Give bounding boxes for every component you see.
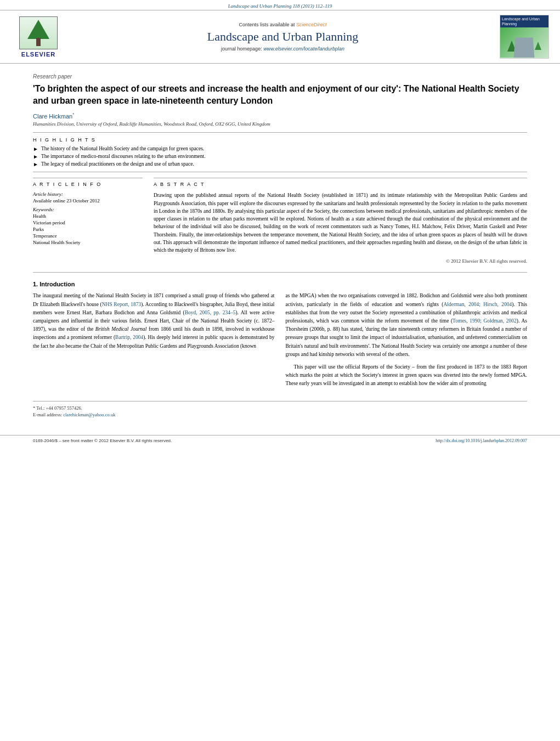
thumb-road [514,37,535,58]
homepage-link[interactable]: www.elsevier.com/locate/landurbplan [263,46,344,52]
keyword-4: Temperance [33,233,143,239]
footnote-email: E-mail address: clarehickman@yahoo.co.uk [33,411,527,418]
article-info-heading: A R T I C L E I N F O [33,182,143,187]
author-name: Clare Hickman* [33,112,527,120]
article-info: A R T I C L E I N F O Article history: A… [33,178,143,245]
keywords-section: Keywords: Health Victorian period Parks … [33,207,143,245]
ref-alderman-2004[interactable]: Alderman, 2004; Hirsch, 2004 [443,302,512,307]
body-two-col: The inaugural meeting of the National He… [33,292,527,392]
keywords-label: Keywords: [33,207,143,212]
history-label: Article history: [33,191,143,197]
highlight-arrow-1: ► [33,146,38,152]
journal-citation-bar: Landscape and Urban Planning 118 (2013) … [0,0,560,10]
highlight-item-1: ► The history of the National Health Soc… [33,146,527,152]
author-footnote-marker: * [72,112,74,117]
abstract-heading: A B S T R A C T [154,182,527,187]
contents-line: Contents lists available at ScienceDirec… [77,22,489,27]
journal-title: Landscape and Urban Planning [77,30,489,44]
body-col-left: The inaugural meeting of the National He… [33,292,275,392]
divider-3 [33,272,527,273]
intro-heading: 1. Introduction [33,281,527,287]
abstract-column: A B S T R A C T Drawing upon the publish… [154,178,527,264]
article-info-abstract-section: A R T I C L E I N F O Article history: A… [33,178,527,264]
abstract-text: Drawing upon the published annual report… [154,191,527,254]
divider-1 [33,132,527,133]
keyword-3: Parks [33,227,143,232]
article-type-label: Research paper [33,73,527,80]
journal-citation-text: Landscape and Urban Planning 118 (2013) … [228,3,332,9]
footer-issn: 0169-2046/$ – see front matter © 2012 El… [33,438,172,443]
content-area: Research paper 'To brighten the aspect o… [0,64,560,429]
article-title: 'To brighten the aspect of our streets a… [33,83,527,108]
intro-para-1: The inaugural meeting of the National He… [33,292,275,350]
highlight-item-2: ► The importance of medico-moral discour… [33,154,527,160]
body-col-right: as the MPGA) when the two organisations … [286,292,528,392]
ref-tomes-1990[interactable]: Tomes, 1990; Goldman, 2002 [452,318,517,324]
elsevier-wordmark: ELSEVIER [21,51,55,58]
article-info-column: A R T I C L E I N F O Article history: A… [33,178,143,264]
abstract-section: A B S T R A C T Drawing upon the publish… [154,178,527,264]
journal-header-band: ELSEVIER Contents lists available at Sci… [0,10,560,64]
sciencedirect-link[interactable]: ScienceDirect [296,22,327,27]
intro-para-3: This paper will use the official Reports… [286,363,528,388]
divider-2 [33,172,527,172]
available-online: Available online 23 October 2012 [33,198,143,203]
footnote-tel: * Tel.: +44 07957 557426. [33,405,527,412]
footer-doi-link[interactable]: http://dx.doi.org/10.1016/j.landurbplan.… [435,438,527,443]
keyword-5: National Health Society [33,240,143,245]
ref-nhs-1873[interactable]: NHS Report, 1873 [102,302,142,307]
ref-boyd-2005[interactable]: Boyd, 2005, pp. 234–5 [185,310,236,315]
header-center: Contents lists available at ScienceDirec… [77,22,489,52]
elsevier-tree-icon [19,16,58,49]
highlights-section: H I G H L I G H T S ► The history of the… [33,137,527,167]
affiliation: Humanities Division, University of Oxfor… [33,121,527,127]
homepage-line: journal homepage: www.elsevier.com/locat… [77,46,489,52]
elsevier-logo: ELSEVIER [11,16,66,58]
page: Landscape and Urban Planning 118 (2013) … [0,0,560,741]
thumb-tree2-icon [535,42,541,50]
keyword-1: Health [33,213,143,219]
journal-thumbnail: Landscape and Urban Planning [500,15,549,59]
introduction-section: 1. Introduction The inaugural meeting of… [33,281,527,392]
highlight-item-3: ► The legacy of medical practitioners on… [33,161,527,167]
footer-bar: 0169-2046/$ – see front matter © 2012 El… [0,435,560,446]
footnote-section: * Tel.: +44 07957 557426. E-mail address… [33,401,527,419]
highlight-arrow-3: ► [33,161,38,167]
thumb-image-area [500,27,548,58]
ref-bartrip-2004[interactable]: Bartrip, 2004 [115,335,143,340]
thumb-title-bar: Landscape and Urban Planning [500,15,548,27]
highlight-arrow-2: ► [33,154,38,160]
footnote-email-link[interactable]: clarehickman@yahoo.co.uk [63,412,115,417]
keyword-2: Victorian period [33,220,143,225]
copyright-line: © 2012 Elsevier B.V. All rights reserved… [154,258,527,264]
thumb-box: Landscape and Urban Planning [500,15,549,59]
intro-para-2: as the MPGA) when the two organisations … [286,292,528,359]
highlights-heading: H I G H L I G H T S [33,137,527,143]
